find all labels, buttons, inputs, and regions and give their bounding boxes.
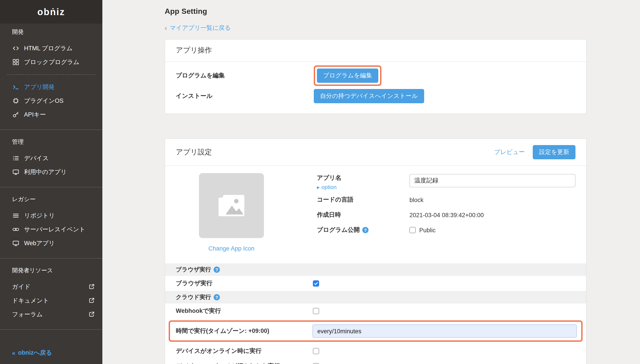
browser-run-checkbox[interactable] bbox=[313, 280, 319, 286]
switch-run-checkbox[interactable] bbox=[313, 363, 319, 364]
sidebar-section-legacy: レガシー リポジトリ サーバーレスイベント bbox=[0, 195, 102, 250]
created-at-field: 作成日時 2021-03-04 08:39:42+00:00 bbox=[317, 211, 576, 219]
sidebar-item-label: HTML プログラム bbox=[24, 44, 72, 52]
back-to-my-apps-link[interactable]: ‹ マイアプリ一覧に戻る bbox=[165, 24, 231, 32]
sidebar-item-label: フォーラム bbox=[12, 310, 43, 318]
sidebar-item-html-program[interactable]: HTML プログラム bbox=[0, 42, 102, 55]
public-checkbox[interactable] bbox=[410, 227, 416, 233]
help-icon[interactable]: ? bbox=[214, 266, 220, 273]
option-link-label: option bbox=[322, 184, 337, 190]
sidebar-item-label: リポジトリ bbox=[24, 212, 55, 220]
double-chevron-left-icon: « bbox=[12, 350, 15, 356]
sidebar-section-label: 開発者リソース bbox=[12, 266, 102, 274]
blocks-icon bbox=[12, 58, 19, 66]
sidebar-item-label: 利用中のアプリ bbox=[24, 168, 67, 176]
install-row: インストール 自分の持つデバイスへインストール bbox=[176, 86, 576, 106]
back-to-my-apps-label: マイアプリ一覧に戻る bbox=[170, 24, 231, 32]
app-operations-body: プログラムを編集 プログラムを編集 インストール 自分の持つデバイスへインストー… bbox=[165, 62, 586, 114]
back-to-obniz-link[interactable]: « obnizへ戻る bbox=[12, 349, 52, 357]
app-settings-header: アプリ設定 プレビュー 設定を更新 bbox=[165, 139, 586, 166]
page-title: App Setting bbox=[165, 6, 640, 17]
change-app-icon-link[interactable]: Change App Icon bbox=[208, 245, 254, 252]
app-fields-column: アプリ名 ▸ option コードの言語 block bbox=[317, 173, 576, 252]
repository-icon bbox=[12, 212, 19, 219]
sidebar-item-label: プラグインOS bbox=[24, 97, 64, 105]
code-language-label: コードの言語 bbox=[317, 196, 410, 204]
app-operations-title: アプリ操作 bbox=[176, 46, 212, 55]
browser-run-section-header: ブラウザ実行 ? bbox=[165, 264, 586, 276]
online-run-row: デバイスがオンライン時に実行 bbox=[165, 344, 586, 359]
switch-run-row: デバイスのスイッチが押されたら実行 bbox=[165, 359, 586, 364]
obniz-logo-text: obṅiz bbox=[38, 6, 65, 17]
webhook-run-checkbox[interactable] bbox=[313, 308, 319, 314]
sidebar-nav: 開発 HTML プログラム ブロックプログラム bbox=[0, 24, 102, 364]
sidebar-section-development: 開発 HTML プログラム ブロックプログラム bbox=[0, 28, 102, 122]
preview-button[interactable]: プレビュー bbox=[494, 148, 525, 156]
schedule-run-label: 時間で実行(タイムゾーン: +09:00) bbox=[174, 327, 312, 335]
update-settings-button[interactable]: 設定を更新 bbox=[533, 145, 576, 159]
code-language-field: コードの言語 block bbox=[317, 196, 576, 204]
schedule-run-input[interactable] bbox=[312, 324, 577, 338]
divider bbox=[0, 329, 102, 330]
online-run-checkbox[interactable] bbox=[313, 348, 319, 354]
help-icon[interactable]: ? bbox=[362, 227, 368, 233]
browser-run-row: ブラウザ実行 bbox=[165, 276, 586, 291]
device-list-icon bbox=[12, 155, 19, 162]
sidebar-item-label: サーバーレスイベント bbox=[24, 226, 85, 234]
monitor-icon bbox=[12, 240, 19, 247]
sidebar-item-block-program[interactable]: ブロックプログラム bbox=[0, 55, 102, 69]
option-link[interactable]: ▸ option bbox=[317, 184, 410, 190]
sidebar-section-label: 開発 bbox=[12, 28, 102, 36]
publish-value: Public bbox=[410, 227, 576, 234]
external-link-icon bbox=[88, 284, 95, 290]
sidebar-item-repository[interactable]: リポジトリ bbox=[0, 209, 102, 222]
sidebar-item-label: Webアプリ bbox=[24, 239, 55, 247]
sidebar-item-guide[interactable]: ガイド bbox=[0, 280, 102, 294]
online-run-label: デバイスがオンライン時に実行 bbox=[176, 347, 313, 355]
sidebar-section-label: レガシー bbox=[12, 195, 102, 203]
app-settings-card: アプリ設定 プレビュー 設定を更新 Ch bbox=[165, 138, 586, 364]
sidebar-item-web-app[interactable]: Webアプリ bbox=[0, 236, 102, 250]
sidebar-section-management: 管理 デバイス 利用中のアプリ bbox=[0, 138, 102, 179]
link-icon bbox=[12, 226, 19, 233]
edit-program-button[interactable]: プログラムを編集 bbox=[317, 68, 378, 83]
app-name-label-block: アプリ名 ▸ option bbox=[317, 174, 410, 190]
sidebar-item-label: アプリ開発 bbox=[24, 83, 54, 91]
back-to-obniz-label: obnizへ戻る bbox=[18, 349, 52, 357]
app-settings-actions: プレビュー 設定を更新 bbox=[494, 145, 576, 159]
sidebar-item-forum[interactable]: フォーラム bbox=[0, 308, 102, 321]
external-link-icon bbox=[88, 297, 95, 304]
sidebar-item-plugin-os[interactable]: プラグインOS bbox=[0, 94, 102, 108]
browser-run-section-title: ブラウザ実行 bbox=[176, 266, 211, 274]
code-icon bbox=[12, 45, 19, 52]
sidebar-item-api-key[interactable]: APIキー bbox=[0, 108, 102, 122]
app-name-input[interactable] bbox=[410, 174, 576, 187]
sidebar-item-label: APIキー bbox=[24, 110, 46, 118]
sidebar-item-document[interactable]: ドキュメント bbox=[0, 294, 102, 308]
check-icon bbox=[314, 281, 318, 286]
app-operations-header: アプリ操作 bbox=[165, 40, 586, 62]
obniz-logo[interactable]: obṅiz bbox=[0, 0, 102, 24]
cloud-run-section-title: クラウド実行 bbox=[176, 293, 211, 301]
sidebar-item-label: ガイド bbox=[12, 283, 30, 291]
sidebar-item-label: ブロックプログラム bbox=[24, 58, 80, 66]
annotation-highlight-box: プログラムを編集 bbox=[314, 66, 382, 86]
help-icon[interactable]: ? bbox=[214, 294, 220, 300]
sidebar-item-apps-in-use[interactable]: 利用中のアプリ bbox=[0, 165, 102, 179]
public-checkbox-label: Public bbox=[419, 227, 436, 234]
sidebar-item-label: デバイス bbox=[24, 154, 49, 162]
install-to-device-button[interactable]: 自分の持つデバイスへインストール bbox=[314, 89, 424, 103]
webhook-run-row: Webhookで実行 bbox=[165, 304, 586, 318]
sidebar-item-devices[interactable]: デバイス bbox=[0, 151, 102, 165]
triangle-right-icon: ▸ bbox=[317, 184, 320, 190]
app-icon-column: Change App Icon bbox=[199, 173, 264, 252]
divider bbox=[7, 74, 95, 75]
external-link-icon bbox=[88, 311, 95, 318]
cloud-run-section-header: クラウド実行 ? bbox=[165, 291, 586, 304]
sidebar-item-serverless-events[interactable]: サーバーレスイベント bbox=[0, 222, 102, 236]
app-operations-card: アプリ操作 プログラムを編集 プログラムを編集 インストール 自分の持つデバイス… bbox=[165, 39, 586, 114]
app-name-value bbox=[410, 174, 576, 187]
sidebar: obṅiz 開発 HTML プログラム ブロックプログラム bbox=[0, 0, 102, 364]
webhook-run-label: Webhookで実行 bbox=[176, 307, 313, 315]
sidebar-item-app-development[interactable]: アプリ開発 bbox=[0, 80, 102, 94]
